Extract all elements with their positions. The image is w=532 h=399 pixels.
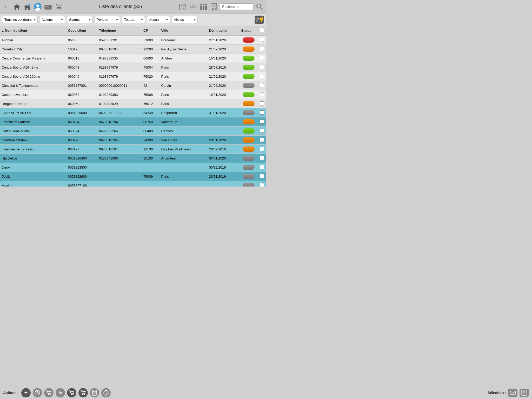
header-nom[interactable]: Nom du client: [0, 26, 66, 35]
row-checkbox[interactable]: [260, 165, 264, 169]
row-checkbox[interactable]: [260, 147, 264, 151]
row-checkbox-cell[interactable]: [258, 117, 266, 127]
row-checkbox-cell[interactable]: [258, 163, 266, 172]
table-row[interactable]: Interflora Chateau 060178 0673518194 943…: [0, 136, 266, 145]
row-checkbox[interactable]: [260, 174, 264, 178]
client-cp: [142, 181, 159, 187]
row-checkbox[interactable]: [260, 129, 264, 133]
client-ville: Antibes: [159, 54, 207, 63]
table-row[interactable]: Carrefour City 160175 0673518194 92200 N…: [0, 45, 266, 54]
table-row[interactable]: Intermarché Express 060177 0673518194 92…: [0, 145, 266, 154]
table-row[interactable]: Maximo 0051827100: [0, 181, 266, 187]
header-code[interactable]: Code client: [66, 26, 98, 35]
periode-select[interactable]: Période: [94, 16, 120, 23]
row-checkbox-cell[interactable]: [258, 35, 266, 45]
toutes-select[interactable]: Toutes: [122, 16, 145, 23]
header-statut[interactable]: Statut: [240, 26, 258, 35]
home-icon-1[interactable]: [12, 2, 21, 11]
row-checkbox-cell[interactable]: [258, 81, 266, 90]
svg-rect-22: [203, 8, 204, 10]
row-checkbox[interactable]: [260, 56, 264, 60]
search-input[interactable]: [220, 3, 254, 10]
table-row[interactable]: EUSKAL PLANTXA 0051829000 05 59 29 11 12…: [0, 108, 266, 117]
table-body: Auchan 060065 0593681291 33000 Bordeaux …: [0, 35, 266, 187]
row-checkbox[interactable]: [260, 156, 264, 160]
row-checkbox[interactable]: [260, 47, 264, 51]
header-action[interactable]: Dern. action: [207, 26, 240, 35]
grid-icon[interactable]: [199, 2, 208, 11]
client-name: Maximo: [0, 181, 66, 187]
table-row[interactable]: Centre Commercial Massena 060013 0493333…: [0, 54, 266, 63]
svg-point-7: [57, 8, 58, 9]
table-row[interactable]: Isla Delice 0051826400 0183841080 95100 …: [0, 154, 266, 163]
row-checkbox-cell[interactable]: [258, 72, 266, 81]
row-checkbox[interactable]: [260, 119, 264, 124]
shopping-cart-icon[interactable]: [54, 2, 63, 11]
row-checkbox-cell[interactable]: [258, 108, 266, 117]
table-row[interactable]: Droguerie Dorian 060069 0193438029 75012…: [0, 99, 266, 108]
table-row[interactable]: Chocolat & Topinambour 0051827801 000000…: [0, 81, 266, 90]
table-row[interactable]: Centre Sportif ADI 4ème 060048 019379797…: [0, 63, 266, 72]
client-ville: Paris: [159, 72, 207, 81]
client-statut: [240, 145, 258, 154]
header-cp[interactable]: CP: [142, 26, 159, 35]
client-tel: 0593681291: [97, 35, 142, 45]
table-row[interactable]: Froitzheim Laurent 060174 0673518194 067…: [0, 117, 266, 127]
table-row[interactable]: JUUL 0051822600 75009 Paris 26/11/2019: [0, 172, 266, 181]
row-checkbox-cell[interactable]: [258, 90, 266, 99]
calendar-icon[interactable]: 15: [178, 2, 187, 11]
row-checkbox[interactable]: [260, 65, 264, 69]
home-icon-2[interactable]: [23, 2, 32, 11]
client-code: 0051827100: [66, 181, 98, 187]
client-name: Centre Commercial Massena: [0, 54, 66, 63]
client-statut: [240, 99, 258, 108]
client-action: 05/12/2019: [207, 163, 240, 172]
wallet-icon[interactable]: [44, 2, 52, 11]
select-all-checkbox[interactable]: [260, 28, 264, 32]
table-row[interactable]: Coopérative Libre 060052 0193939393 7500…: [0, 90, 266, 99]
client-action: 03/01/2020: [207, 154, 240, 163]
aucun-select[interactable]: Aucun...: [147, 16, 170, 23]
row-checkbox-cell[interactable]: [258, 136, 266, 145]
row-checkbox-cell[interactable]: [258, 127, 266, 136]
row-checkbox-cell[interactable]: [258, 45, 266, 54]
row-checkbox-cell[interactable]: [258, 54, 266, 63]
visites-select[interactable]: Visites: [172, 16, 198, 23]
vendeurs-select[interactable]: Tous les vendeurs: [2, 16, 38, 23]
client-name: Auchan: [0, 35, 66, 45]
dislike-button[interactable]: 👍: [255, 16, 264, 24]
svg-point-35: [257, 4, 261, 8]
search-icon[interactable]: [255, 2, 264, 11]
header-ville[interactable]: Ville: [159, 26, 207, 35]
row-checkbox[interactable]: [260, 101, 264, 105]
row-checkbox[interactable]: [260, 92, 264, 96]
row-checkbox-cell[interactable]: [258, 181, 266, 187]
table-row[interactable]: Jarny 0051823500 05/12/2019: [0, 163, 266, 172]
row-checkbox[interactable]: [260, 138, 264, 142]
status-pill: [243, 156, 255, 161]
row-checkbox-cell[interactable]: [258, 154, 266, 163]
back-icon[interactable]: ←: [2, 2, 11, 11]
table-row[interactable]: Auchan 060065 0593681291 33000 Bordeaux …: [0, 35, 266, 45]
user-icon[interactable]: [33, 2, 42, 11]
row-checkbox[interactable]: [260, 110, 264, 115]
statuts-select[interactable]: Statuts: [67, 16, 93, 23]
row-checkbox[interactable]: [260, 38, 264, 42]
table-row[interactable]: Centre Sportif ADI 20ème 060049 01937979…: [0, 72, 266, 81]
row-checkbox[interactable]: [260, 74, 264, 78]
row-checkbox[interactable]: [260, 83, 264, 87]
actions-select[interactable]: Actions: [39, 16, 65, 23]
row-checkbox-cell[interactable]: [258, 145, 266, 154]
row-checkbox-cell[interactable]: [258, 63, 266, 72]
eye-icon[interactable]: [189, 2, 197, 11]
table-row[interactable]: Golfier Jean Michel 060094 0493392266 06…: [0, 127, 266, 136]
header-tel[interactable]: Téléphone: [97, 26, 142, 35]
client-name: Carrefour City: [0, 45, 66, 54]
nav-icons-right: 15: [178, 2, 264, 11]
header-select-all[interactable]: [258, 26, 266, 35]
row-checkbox-cell[interactable]: [258, 172, 266, 181]
client-code: 0051822600: [66, 172, 98, 181]
calculator-icon[interactable]: [209, 2, 218, 11]
row-checkbox-cell[interactable]: [258, 99, 266, 108]
row-checkbox[interactable]: [260, 183, 264, 187]
